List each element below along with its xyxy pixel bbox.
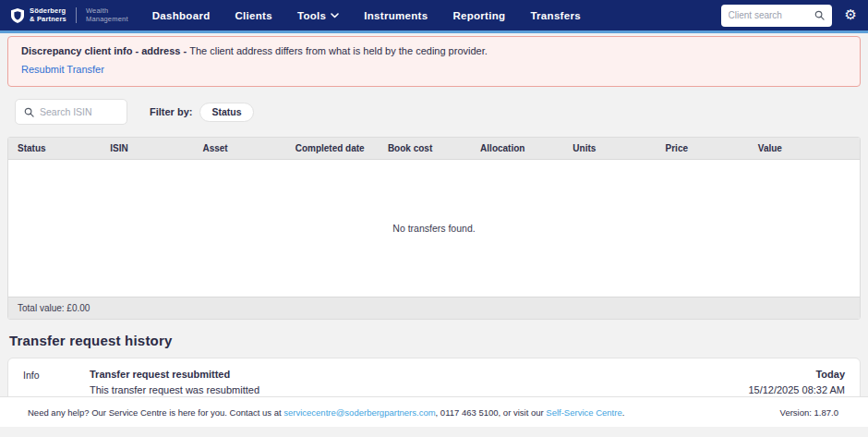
isin-search-input[interactable] [40,106,114,117]
discrepancy-alert-banner: Discrepancy client info - address - The … [7,36,861,87]
nav-item-dashboard[interactable]: Dashboard [152,10,211,21]
logo-division-text: Wealth Management [86,7,128,23]
status-filter-button[interactable]: Status [199,103,253,122]
help-text: Need any help? Our Service Centre is her… [28,407,624,418]
nav-item-label: Tools [297,10,326,21]
table-empty-state: No transfers found. [8,160,860,297]
search-icon [24,107,34,117]
gear-icon[interactable]: ⚙ [845,8,857,22]
nav-item-instruments[interactable]: Instruments [364,10,428,21]
top-nav: Söderberg & Partners Wealth Management D… [0,0,868,33]
column-header-status: Status [18,143,110,153]
history-entry-datetime: Today 15/12/2025 08:32 AM [748,369,845,395]
column-header-asset: Asset [202,143,295,153]
search-icon [814,10,825,20]
nav-item-tools[interactable]: Tools [297,10,339,21]
nav-item-label: Reporting [452,10,505,21]
resubmit-transfer-link[interactable]: Resubmit Transfer [21,64,104,75]
transfers-table: Status ISIN Asset Completed date Book co… [7,137,861,320]
table-total-bar: Total value: £0.00 [8,297,860,319]
history-entry-title: Transfer request resubmitted [90,369,748,380]
total-value-label: Total value: £0.00 [18,303,90,313]
history-entry-timestamp: 15/12/2025 08:32 AM [748,384,845,395]
filter-row: Filter by: Status [7,99,861,125]
self-service-centre-link[interactable]: Self-Service Centre [546,407,621,418]
client-search-input[interactable] [729,10,811,20]
nav-item-label: Instruments [364,10,428,21]
logo-brand-line2: & Partners [30,16,66,24]
column-header-units: Units [573,143,665,153]
isin-search-box[interactable] [15,99,127,125]
logo-brand-text: Söderberg & Partners [30,7,66,23]
help-text-prefix: Need any help? Our Service Centre is her… [28,407,283,418]
history-entry-date: Today [748,369,845,380]
alert-title: Discrepancy client info - address - [21,45,189,56]
column-header-completed-date: Completed date [295,143,388,153]
logo-divider [76,7,77,23]
nav-item-label: Dashboard [152,10,211,21]
nav-menu: Dashboard Clients Tools Instruments Repo… [152,10,581,21]
version-text: Version: 1.87.0 [780,407,838,418]
history-entry-main: Transfer request resubmitted This transf… [90,369,748,395]
history-section-title: Transfer request history [9,333,868,348]
page-footer: Need any help? Our Service Centre is her… [0,396,868,427]
help-text-middle: , 0117 463 5100, or visit our [436,407,547,418]
column-header-price: Price [666,143,758,153]
nav-logo[interactable]: Söderberg & Partners Wealth Management [11,7,128,23]
client-search-box[interactable] [721,5,832,27]
logo-division-line2: Management [86,16,128,24]
alert-text: Discrepancy client info - address - The … [21,45,847,56]
column-header-allocation: Allocation [480,143,573,153]
chevron-down-icon [331,13,339,18]
help-text-suffix: . [622,407,625,418]
column-header-isin: ISIN [110,143,202,153]
table-header-row: Status ISIN Asset Completed date Book co… [8,138,860,160]
nav-item-label: Clients [235,10,272,21]
nav-item-clients[interactable]: Clients [235,10,272,21]
nav-item-label: Transfers [530,10,580,21]
filter-by-label: Filter by: [150,106,192,117]
empty-state-message: No transfers found. [392,223,475,234]
shield-icon [11,8,24,23]
service-centre-email-link[interactable]: servicecentre@soderbergpartners.com [283,407,435,418]
alert-message: The client address differs from what is … [189,45,488,56]
nav-item-transfers[interactable]: Transfers [530,10,580,21]
nav-item-reporting[interactable]: Reporting [452,10,505,21]
history-entry-type: Info [23,369,90,381]
column-header-value: Value [758,143,850,153]
history-entry-description: This transfer request was resubmitted [90,384,748,395]
column-header-book-cost: Book cost [388,143,480,153]
